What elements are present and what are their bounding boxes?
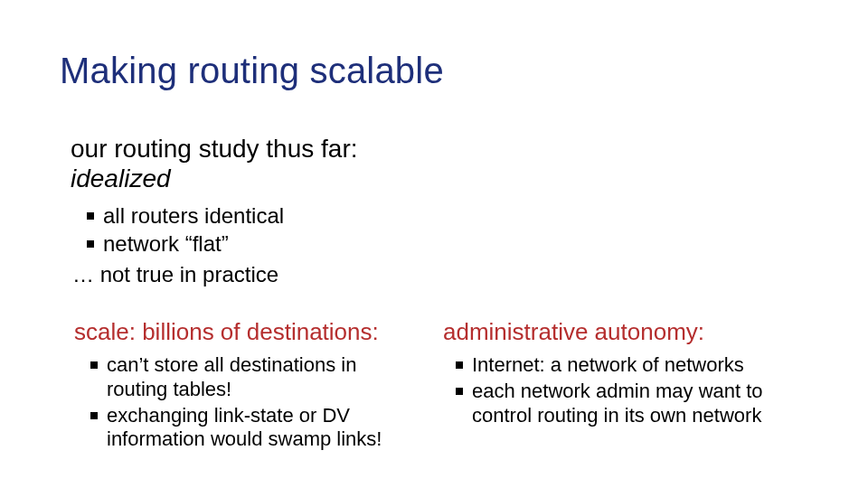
bullet-square-icon [456, 361, 463, 369]
bullet-square-icon [90, 412, 98, 419]
list-item: network “flat” [87, 230, 284, 258]
list-item: Internet: a network of networks [456, 353, 823, 378]
list-item: all routers identical [87, 202, 284, 230]
intro-line-1: our routing study thus far: [71, 134, 358, 164]
top-bullet-list: all routers identical network “flat” [87, 202, 284, 258]
bullet-text: all routers identical [103, 202, 284, 230]
right-column: administrative autonomy: Internet: a net… [443, 318, 823, 429]
intro-block: our routing study thus far: idealized [71, 134, 358, 193]
left-bullet-list: can’t store all destinations in routing … [74, 353, 427, 452]
right-bullet-list: Internet: a network of networks each net… [443, 353, 823, 427]
not-true-text: … not true in practice [72, 262, 278, 287]
bullet-text: exchanging link-state or DV information … [107, 404, 396, 453]
left-column: scale: billions of destinations: can’t s… [74, 318, 427, 454]
slide-title: Making routing scalable [60, 51, 444, 91]
bullet-square-icon [87, 212, 94, 220]
intro-line-2: idealized [71, 164, 358, 193]
left-heading: scale: billions of destinations: [74, 318, 427, 346]
bullet-text: network “flat” [103, 230, 229, 258]
bullet-square-icon [456, 388, 463, 395]
list-item: exchanging link-state or DV information … [90, 404, 427, 453]
bullet-square-icon [90, 361, 98, 369]
slide: Making routing scalable our routing stud… [0, 0, 868, 488]
list-item: each network admin may want to control r… [456, 380, 823, 428]
bullet-text: each network admin may want to control r… [472, 380, 807, 428]
right-heading: administrative autonomy: [443, 318, 823, 346]
list-item: can’t store all destinations in routing … [90, 353, 427, 402]
bullet-square-icon [87, 240, 94, 248]
bullet-text: can’t store all destinations in routing … [107, 353, 396, 402]
bullet-text: Internet: a network of networks [472, 353, 744, 378]
